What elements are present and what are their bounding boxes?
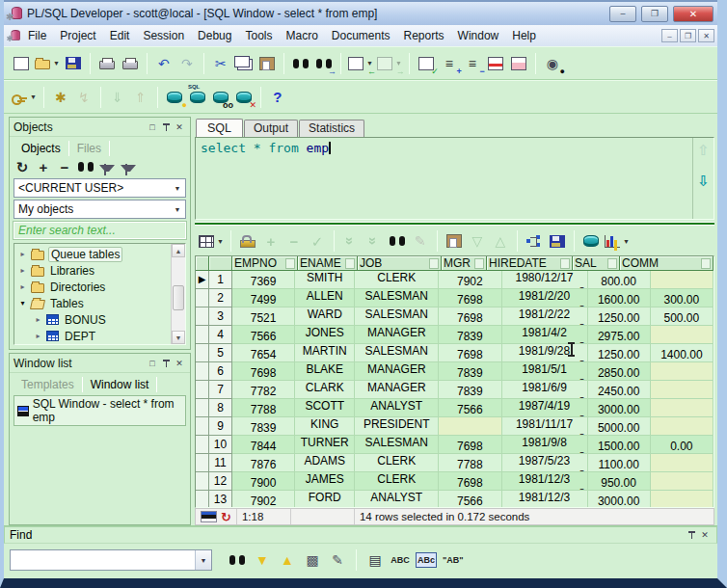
cell-job[interactable]: CLERK	[355, 454, 439, 472]
open-file-icon[interactable]: ▼	[33, 51, 62, 76]
cell-sal[interactable]: 1250.00	[588, 344, 651, 362]
menu-item-help[interactable]: Help	[505, 27, 543, 44]
exact-phrase-icon[interactable]: "AB"	[441, 548, 466, 573]
paste-icon[interactable]	[256, 51, 279, 76]
cell-hiredate[interactable]: 1981/6/9▾	[502, 381, 588, 399]
export-to-database-icon[interactable]	[579, 228, 603, 254]
cell-hiredate[interactable]: 1981/9/8▾	[502, 436, 588, 454]
new-document-icon[interactable]	[10, 51, 33, 76]
object-search-input[interactable]: Enter search text...	[13, 222, 186, 239]
panel-pin-button[interactable]	[685, 529, 698, 542]
single-record-view-icon[interactable]	[523, 228, 546, 254]
copy-icon[interactable]	[232, 51, 256, 76]
column-header-empno[interactable]: EMPNO	[232, 256, 298, 271]
cell-comm[interactable]	[651, 472, 714, 491]
minimize-button[interactable]: –	[609, 6, 636, 22]
search-in-editor-icon[interactable]: ▤	[364, 548, 387, 573]
grid-row-11[interactable]: 117876ADAMSCLERK77881987/5/23▾1100.00	[196, 454, 714, 472]
cell-hiredate[interactable]: 1981/5/1▾	[502, 362, 588, 381]
row-number-cell[interactable]: 9	[209, 417, 232, 436]
row-number-cell[interactable]: 8	[209, 399, 232, 417]
dropdown-arrow-icon[interactable]: ▼	[395, 60, 402, 67]
panel-close-button[interactable]: ✕	[698, 529, 712, 542]
cell-job[interactable]: ANALYST	[355, 399, 439, 417]
find-previous-icon[interactable]: ▲	[276, 548, 299, 573]
cell-ename[interactable]: SCOTT	[295, 399, 355, 417]
grid-row-12[interactable]: 127900JAMESCLERK76981981/12/3▾950.00	[196, 472, 714, 491]
cell-comm[interactable]	[651, 399, 714, 417]
panel-close-button[interactable]: ✕	[173, 120, 186, 133]
tree-expand-icon[interactable]: ▸	[18, 266, 27, 275]
print-options-icon[interactable]	[119, 51, 142, 76]
row-number-cell[interactable]: 10	[209, 436, 232, 454]
cell-empno[interactable]: 7900	[232, 472, 295, 491]
cell-sal[interactable]: 800.00	[588, 271, 651, 289]
grid-row-10[interactable]: 107844TURNERSALESMAN76981981/9/8▾1500.00…	[196, 436, 714, 454]
preferences-icon[interactable]: ✱	[49, 85, 72, 110]
dropdown-arrow-icon[interactable]: ▼	[366, 60, 373, 67]
refresh-icon[interactable]: ↻	[13, 157, 32, 176]
grid-row-3[interactable]: 37521WARDSALESMAN76981981/2/22▾1250.0050…	[196, 307, 714, 326]
chevron-down-icon[interactable]: ▼	[195, 550, 211, 570]
export-results-icon[interactable]	[443, 228, 466, 254]
cell-empno[interactable]: 7521	[232, 307, 295, 326]
tree-expand-icon[interactable]: ▸	[18, 250, 27, 258]
cell-sal[interactable]: 2450.00	[588, 381, 651, 399]
unindent-icon[interactable]: ≡−	[461, 51, 484, 76]
cell-comm[interactable]	[651, 381, 714, 399]
cell-mgr[interactable]: 7698	[439, 344, 501, 362]
mdi-minimize-button[interactable]: –	[661, 29, 678, 42]
cell-job[interactable]: CLERK	[355, 271, 439, 289]
cell-hiredate[interactable]: 1981/9/28▾	[502, 344, 588, 362]
cell-comm[interactable]: 0.00	[651, 436, 714, 454]
cell-hiredate[interactable]: 1981/12/3▾	[502, 472, 588, 491]
help-icon[interactable]: ?	[266, 85, 289, 110]
tree-item-queue-tables[interactable]: ▸Queue tables	[14, 246, 171, 262]
logon-icon[interactable]: ▼	[10, 85, 39, 110]
grid-row-1[interactable]: ▶17369SMITHCLERK79021980/12/17▾800.00	[196, 271, 714, 289]
cell-mgr[interactable]: 7839	[439, 362, 501, 381]
schema-selector[interactable]: <CURRENT USER> ▼	[13, 178, 186, 198]
cell-hiredate[interactable]: 1987/5/23▾	[502, 454, 588, 472]
tree-item-directories[interactable]: ▸Directories	[14, 279, 171, 295]
cell-sal[interactable]: 950.00	[588, 472, 651, 491]
sql-window-tab-sql[interactable]: SQL	[196, 119, 243, 138]
panel-close-button[interactable]: ✕	[173, 357, 186, 369]
cell-ename[interactable]: CLARK	[295, 381, 355, 399]
cell-sal[interactable]: 1500.00	[588, 436, 651, 454]
tree-scrollbar[interactable]: ▲ ▼	[171, 244, 185, 344]
row-number-cell[interactable]: 5	[209, 344, 232, 362]
scroll-up-icon[interactable]: ▲	[172, 244, 185, 257]
cell-mgr[interactable]: 7698	[439, 307, 501, 326]
tree-expand-icon[interactable]: ▸	[34, 315, 42, 324]
cell-empno[interactable]: 7902	[232, 491, 295, 508]
mdi-restore-button[interactable]: ❐	[680, 29, 696, 42]
chart-icon[interactable]: ▼	[603, 228, 632, 254]
cell-empno[interactable]: 7698	[232, 362, 295, 381]
expand-node-icon[interactable]: +	[34, 157, 53, 176]
row-number-cell[interactable]: 11	[209, 454, 232, 472]
grid-row-9[interactable]: 97839KINGPRESIDENT1981/11/17▾5000.00	[196, 417, 714, 436]
find-icon[interactable]	[289, 51, 312, 76]
menu-item-debug[interactable]: Debug	[191, 27, 238, 44]
save-file-icon[interactable]	[62, 51, 85, 76]
cell-ename[interactable]: ADAMS	[295, 454, 355, 472]
bookmark-goto-icon[interactable]	[507, 51, 530, 76]
dropdown-arrow-icon[interactable]: ▼	[623, 238, 630, 245]
cell-comm[interactable]	[651, 417, 714, 436]
cell-sal[interactable]: 1250.00	[588, 307, 651, 326]
menu-item-window[interactable]: Window	[451, 27, 506, 44]
dropdown-arrow-icon[interactable]: ▼	[53, 60, 60, 67]
cell-job[interactable]: MANAGER	[355, 362, 439, 381]
cell-ename[interactable]: FORD	[295, 491, 355, 508]
window-list-item[interactable]: SQL Window - select * from emp	[13, 395, 186, 426]
cell-mgr[interactable]: 7698	[439, 289, 501, 307]
cell-sal[interactable]: 3000.00	[588, 491, 651, 508]
new-session-icon[interactable]: ●	[163, 85, 186, 110]
panel-float-button[interactable]: □	[146, 357, 159, 369]
cell-ename[interactable]: SMITH	[295, 271, 355, 289]
cell-mgr[interactable]: 7788	[439, 454, 501, 472]
cell-job[interactable]: ANALYST	[355, 491, 439, 508]
cell-hiredate[interactable]: 1981/11/17▾	[502, 417, 588, 436]
macro-record-icon[interactable]: ◉●	[541, 51, 564, 76]
